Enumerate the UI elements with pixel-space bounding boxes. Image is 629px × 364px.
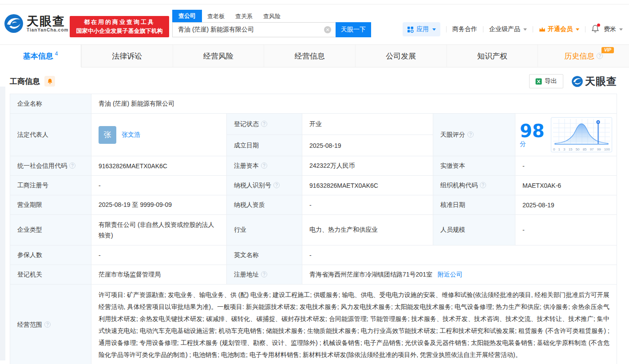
legal-rep-cell: 张 张文浩 (91, 114, 227, 156)
insured-count-value: - (91, 245, 227, 265)
chevron-down-icon (523, 28, 527, 31)
avatar: 张 (99, 126, 116, 144)
help-icon[interactable]: ? (44, 321, 51, 328)
nav-divider (585, 26, 585, 32)
vip-upgrade-link[interactable]: 开通会员 (539, 25, 579, 33)
help-icon[interactable]: ? (261, 271, 267, 277)
tianyancha-logo-icon (571, 75, 583, 87)
search-tab-boss[interactable]: 查老板 (202, 11, 230, 22)
search-tab-relation[interactable]: 查关系 (230, 11, 258, 22)
monitor-bell-button[interactable] (44, 76, 55, 87)
org-code-value: MAETX0AK-6 (515, 176, 617, 195)
field-label: 实缴资本 (433, 156, 515, 176)
field-label: 企业类型 (10, 215, 91, 245)
apps-grid-icon (407, 26, 414, 33)
search-tabs: 查公司 查老板 查关系 查风险 (172, 11, 371, 22)
business-scope-value: 许可项目: 矿产资源勘查; 发电业务、输电业务、供 (配) 电业务; 建设工程施… (91, 285, 617, 364)
reg-status-value: 开业 (302, 114, 433, 135)
export-button[interactable]: 导出 (529, 74, 563, 88)
field-label: 注册地址? (227, 265, 302, 285)
tab-label: 历史信息 (564, 51, 594, 61)
reg-address-value: 青海省海西州茫崖市冷湖镇团结路71号201室 (309, 271, 432, 278)
tab-company-development[interactable]: 公司发展 (355, 45, 447, 67)
slogan-line2: 国家中小企业发展子基金旗下机构 (70, 27, 169, 36)
score-value-group: 98分 (520, 122, 546, 148)
tab-basic-info[interactable]: 基本信息 4 (0, 45, 81, 67)
tianyancha-logo[interactable]: 天眼查 TianYanCha.com (4, 13, 68, 34)
field-label: 登记机关 (10, 265, 91, 285)
chevron-down-icon (576, 28, 579, 31)
field-label: 组织机构代码? (433, 176, 515, 195)
enterprise-products-menu[interactable]: 企业级产品 (489, 25, 527, 33)
field-label: 人员规模 (433, 215, 515, 245)
tab-business-info[interactable]: 经营信息 (264, 45, 355, 67)
legal-rep-link[interactable]: 张文浩 (122, 131, 140, 139)
field-label: 成立日期 (227, 135, 302, 156)
reg-authority-value: 茫崖市市场监督管理局 (91, 265, 227, 285)
tab-operational-risk[interactable]: 经营风险 (173, 45, 264, 67)
establish-date-value: 2025-08-19 (302, 135, 433, 156)
search-input[interactable] (172, 22, 336, 37)
nav-divider (446, 26, 447, 32)
help-icon[interactable]: ? (261, 121, 267, 127)
tab-label: 基本信息 (23, 51, 53, 61)
top-divider (0, 0, 629, 4)
help-icon[interactable]: ? (480, 182, 486, 188)
top-nav: 应用 商务合作 企业级产品 开通会员 费米 (403, 22, 623, 36)
notifications-button[interactable] (591, 24, 599, 34)
paid-capital-value: - (515, 156, 617, 176)
tab-legal-proceedings[interactable]: 法律诉讼 (81, 45, 173, 67)
approval-date-value: 2025-08-19 (515, 195, 617, 215)
bell-curve-chart-icon (553, 119, 610, 146)
crown-icon (539, 27, 546, 32)
field-label: 统一社会信用代码? (10, 156, 91, 176)
logo-text: 天眼查 (27, 15, 68, 28)
field-label: 经营范围? (10, 285, 91, 364)
field-label: 工商注册号 (10, 176, 91, 195)
business-registration-table: 企业名称 青油 (茫崖) 新能源有限公司 法定代表人 张 张文浩 登记状态? 开… (10, 94, 617, 364)
field-label: 营业期限 (10, 195, 91, 215)
apps-menu[interactable]: 应用 (403, 22, 440, 36)
company-page-tabs: 基本信息 4 法律诉讼 经营风险 经营信息 公司发展 知识产权 历史信息 ? V… (0, 44, 629, 67)
field-label: 纳税人识别号? (227, 176, 302, 195)
search-button[interactable]: 天眼一下 (336, 22, 371, 37)
apps-label: 应用 (416, 25, 429, 33)
business-term-value: 2025-08-19 至 9999-09-09 (91, 195, 227, 215)
help-icon[interactable]: ? (597, 53, 603, 59)
field-label: 核准日期 (433, 195, 515, 215)
help-icon[interactable]: ? (69, 162, 75, 169)
field-label: 英文名称 (227, 245, 302, 265)
table-row: 工商注册号 - 纳税人识别号? 91632826MAETX0AK6C 组织机构代… (10, 176, 617, 195)
tab-intellectual-property[interactable]: 知识产权 (447, 45, 538, 67)
field-label: 参保人数 (10, 245, 91, 265)
watermark-text: 天眼查 (585, 75, 617, 88)
table-row: 营业期限 2025-08-19 至 9999-09-09 纳税人资质 - 核准日… (10, 195, 617, 215)
table-row: 企业名称 青油 (茫崖) 新能源有限公司 (10, 94, 617, 114)
search-tab-company[interactable]: 查公司 (172, 10, 202, 22)
help-icon[interactable]: ? (261, 162, 267, 169)
help-icon[interactable]: ? (273, 182, 280, 188)
notification-dot (597, 24, 600, 27)
chevron-down-icon (432, 28, 436, 31)
taxpayer-quality-value: - (302, 195, 433, 215)
tab-label: 经营风险 (203, 51, 233, 61)
section-header: 工商信息 导出 天眼查 (0, 67, 629, 94)
table-row: 统一社会信用代码? 91632826MAETX0AK6C 注册资本? 24232… (10, 156, 617, 176)
user-menu[interactable]: 费米 (604, 25, 623, 33)
company-name-value: 青油 (茫崖) 新能源有限公司 (91, 94, 617, 114)
chevron-down-icon (619, 28, 623, 31)
field-label: 天眼评分? (433, 114, 515, 156)
field-label: 登记状态? (227, 114, 302, 135)
industry-value: 电力、热力生产和供应业 (302, 215, 433, 245)
business-coop-link[interactable]: 商务合作 (452, 25, 477, 33)
help-icon[interactable]: ? (467, 131, 474, 138)
score-cell: 98分 (515, 114, 617, 156)
clear-search-icon[interactable]: ✕ (324, 26, 331, 33)
tianyancha-watermark: 天眼查 (571, 75, 617, 88)
nearby-companies-link[interactable]: 附近公司 (438, 271, 463, 278)
logo-domain: TianYanCha.com (27, 28, 68, 32)
bell-icon (47, 78, 53, 84)
search-tab-risk[interactable]: 查风险 (258, 11, 286, 22)
page-left-gutter (0, 87, 5, 360)
tab-history-info[interactable]: 历史信息 ? VIP (538, 45, 629, 67)
